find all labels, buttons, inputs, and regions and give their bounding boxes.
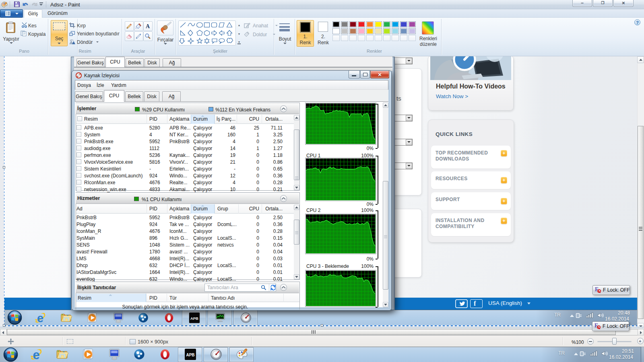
svg-text:A: A <box>146 23 150 29</box>
svg-text:APB: APB <box>190 317 198 321</box>
svg-text:APB: APB <box>186 353 194 357</box>
